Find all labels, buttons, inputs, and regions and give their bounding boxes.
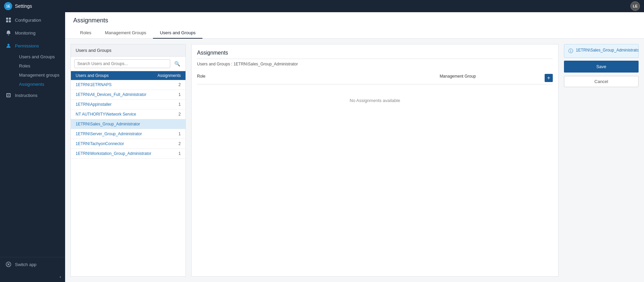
sidebar-collapse-button[interactable]: ‹ — [0, 271, 65, 282]
list-item-name: 1ETRN\Server_Group_Administrator — [76, 132, 142, 136]
search-button[interactable]: 🔍 — [172, 60, 182, 68]
tab-roles[interactable]: Roles — [73, 27, 98, 39]
sidebar-item-instructions[interactable]: Instructions — [0, 89, 65, 102]
list-item-count: 2 — [178, 82, 181, 87]
search-box: 🔍 — [71, 57, 186, 71]
list-header-name: Users and Groups — [76, 73, 109, 78]
page-title: Assignments — [73, 17, 636, 24]
list-item-count: 1 — [178, 151, 181, 156]
left-panel: Users and Groups 🔍 Users and Groups Assi… — [71, 44, 186, 277]
list-item-name: 1ETRN\Workstation_Group_Administrator — [76, 151, 151, 156]
assignments-title: Assignments — [197, 50, 553, 59]
sidebar-item-roles[interactable]: Roles — [15, 61, 65, 70]
svg-rect-3 — [9, 20, 11, 22]
assignments-panel: Assignments Users and Groups : 1ETRN\Sal… — [191, 44, 559, 277]
assignments-table-header: Role Management Group + — [197, 72, 553, 84]
svg-point-4 — [7, 44, 9, 46]
switch-app-button[interactable]: Switch app — [0, 257, 65, 271]
info-icon: ⓘ — [568, 48, 573, 54]
list-item[interactable]: NT AUTHORITY\Network Service 2 — [71, 109, 186, 119]
sidebar-item-configuration-label: Configuration — [15, 18, 41, 23]
svg-rect-0 — [6, 18, 8, 20]
list-item[interactable]: 1ETRN\Workstation_Group_Administrator 1 — [71, 149, 186, 159]
list-item[interactable]: 1ETRN\1ETRNAPS 2 — [71, 80, 186, 90]
tab-users-and-groups[interactable]: Users and Groups — [153, 27, 202, 39]
col-role: Role — [197, 74, 371, 82]
list-item-name: 1ETRN\Sales_Group_Administrator — [76, 122, 140, 126]
add-assignment-button[interactable]: + — [545, 74, 553, 82]
list-header: Users and Groups Assignments — [71, 71, 186, 80]
list-item[interactable]: 1ETRN\Server_Group_Administrator 1 — [71, 129, 186, 139]
page-header: Assignments Roles Management Groups User… — [65, 12, 644, 39]
svg-rect-1 — [9, 18, 11, 20]
assignments-subtitle: Users and Groups : 1ETRN\Sales_Group_Adm… — [197, 62, 553, 66]
content-area: Assignments Roles Management Groups User… — [65, 12, 644, 282]
sidebar-item-permissions-label: Permissions — [15, 43, 39, 48]
sidebar-item-management-groups[interactable]: Management groups — [15, 70, 65, 80]
list-item-name: 1ETRN\1ETRNAPS — [76, 82, 112, 87]
list-item-count: 2 — [178, 112, 181, 117]
person-icon — [5, 43, 12, 49]
list-item[interactable]: 1ETRN\TachyonConnector 2 — [71, 139, 186, 149]
list-item-name: 1ETRN\TachyonConnector — [76, 141, 124, 146]
sidebar-item-monitoring-label: Monitoring — [15, 31, 36, 36]
list-item-count: 1 — [178, 102, 181, 107]
no-assignments-text: No Assignments available — [197, 98, 553, 103]
list-items: 1ETRN\1ETRNAPS 2 1ETRN\All_Devices_Full_… — [71, 80, 186, 276]
left-panel-header: Users and Groups — [71, 44, 186, 57]
sidebar-nav: Configuration Monitoring Permissions — [0, 12, 65, 257]
list-item-name: NT AUTHORITY\Network Service — [76, 112, 136, 117]
bell-icon — [5, 30, 12, 36]
sidebar: Configuration Monitoring Permissions — [0, 12, 65, 282]
app-title: Settings — [15, 3, 32, 9]
info-box: ⓘ 1ETRN\Sales_Group_Administrator — [564, 44, 639, 58]
tabs: Roles Management Groups Users and Groups — [73, 27, 636, 38]
instructions-icon — [5, 92, 12, 98]
list-item[interactable]: 1ETRN\All_Devices_Full_Administrator 1 — [71, 90, 186, 100]
right-section: Assignments Users and Groups : 1ETRN\Sal… — [191, 44, 639, 277]
sidebar-item-monitoring[interactable]: Monitoring — [0, 26, 65, 39]
list-item[interactable]: 1ETRN\Sales_Group_Administrator — [71, 119, 186, 129]
sidebar-item-users-groups[interactable]: Users and Groups — [15, 52, 65, 61]
app-logo: 1E — [4, 2, 12, 10]
list-item-name: 1ETRN\AppInstaller — [76, 102, 112, 107]
sidebar-sub-permissions: Users and Groups Roles Management groups… — [0, 52, 65, 89]
main-content: Users and Groups 🔍 Users and Groups Assi… — [65, 39, 644, 282]
topbar: 1E Settings LE — [0, 0, 644, 12]
list-item-count: 1 — [178, 92, 181, 97]
tab-management-groups[interactable]: Management Groups — [98, 27, 153, 39]
col-management-group: Management Group — [371, 74, 545, 82]
sidebar-item-permissions[interactable]: Permissions — [0, 39, 65, 52]
sidebar-item-configuration[interactable]: Configuration — [0, 14, 65, 26]
sidebar-item-assignments[interactable]: Assignments — [15, 80, 65, 89]
info-panel: ⓘ 1ETRN\Sales_Group_Administrator Save C… — [564, 44, 639, 277]
svg-rect-2 — [6, 20, 8, 22]
list-item-count: 2 — [178, 141, 181, 146]
list-item-count: 1 — [178, 132, 181, 136]
search-input[interactable] — [74, 59, 170, 68]
user-avatar[interactable]: LE — [630, 1, 640, 11]
sidebar-item-instructions-label: Instructions — [15, 93, 37, 98]
list-item[interactable]: 1ETRN\AppInstaller 1 — [71, 100, 186, 109]
grid-icon — [5, 17, 12, 23]
list-header-assignments: Assignments — [157, 73, 181, 78]
main-layout: Configuration Monitoring Permissions — [0, 12, 644, 282]
info-link[interactable]: 1ETRN\Sales_Group_Administrator — [576, 48, 639, 53]
topbar-left: 1E Settings — [4, 2, 32, 10]
cancel-button[interactable]: Cancel — [564, 76, 639, 87]
list-item-name: 1ETRN\All_Devices_Full_Administrator — [76, 92, 147, 97]
save-button[interactable]: Save — [564, 61, 639, 73]
switch-app-label: Switch app — [15, 262, 37, 267]
switch-icon — [5, 261, 12, 267]
